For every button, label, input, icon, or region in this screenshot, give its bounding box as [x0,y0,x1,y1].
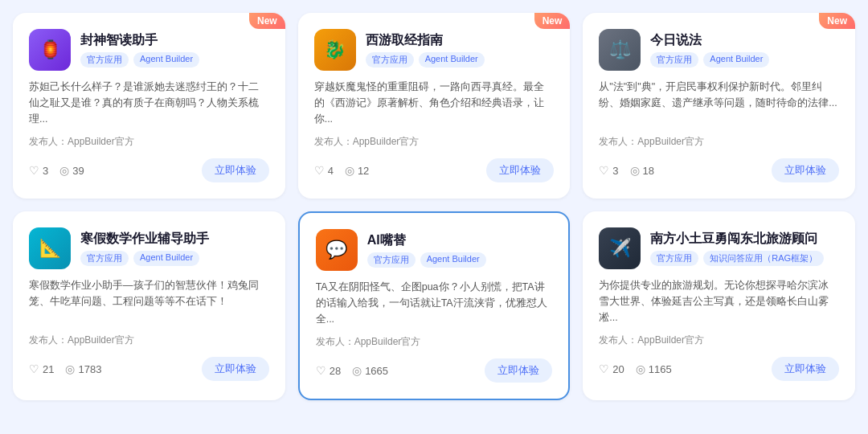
views-count: 1783 [78,363,101,375]
card-ai: 💬 AI嘴替 官方应用Agent Builder TA又在阴阳怪气、企图pua你… [298,211,571,400]
likes-count: 28 [330,365,341,377]
card-footer: ♡ 20 ◎ 1165 立即体验 [599,357,839,381]
avatar: 🐉 [314,29,356,71]
avatar-icon: 💬 [316,229,358,271]
views-stat: ◎ 1665 [352,364,388,377]
tag: 官方应用 [80,52,129,68]
new-badge: New [249,13,285,29]
likes-count: 21 [43,363,54,375]
card-tags: 官方应用Agent Builder [650,52,769,68]
card-stats: ♡ 28 ◎ 1665 [316,364,388,377]
card-header: ✈️ 南方小土豆勇闯东北旅游顾问 官方应用知识问答应用（RAG框架） [599,227,839,269]
tag: 官方应用 [650,52,698,68]
likes-stat: ♡ 3 [29,164,48,177]
avatar: ✈️ [599,227,641,269]
avatar-icon: 🐉 [314,29,356,71]
card-stats: ♡ 3 ◎ 39 [29,164,84,177]
heart-icon: ♡ [314,164,325,177]
card-grid: New 🏮 封神智读助手 官方应用Agent Builder 苏妲己长什么样子？… [13,13,855,400]
card-title: 封神智读助手 [80,32,199,47]
card-fengsh: New 🏮 封神智读助手 官方应用Agent Builder 苏妲己长什么样子？… [13,13,285,199]
card-description: 为你提供专业的旅游规划。无论你想探寻哈尔滨冰雪大世界、体验延吉公主写真，还是领略… [599,277,839,326]
new-badge: New [534,13,571,29]
card-header: 🏮 封神智读助手 官方应用Agent Builder [29,29,269,71]
experience-button[interactable]: 立即体验 [772,158,839,182]
tag: Agent Builder [420,252,486,268]
card-stats: ♡ 21 ◎ 1783 [29,362,101,375]
experience-button[interactable]: 立即体验 [202,158,269,182]
card-title-area: 封神智读助手 官方应用Agent Builder [80,32,199,68]
tag: 知识问答应用（RAG框架） [703,251,824,266]
eye-icon: ◎ [630,164,640,177]
card-tags: 官方应用Agent Builder [80,52,199,68]
new-badge: New [819,13,855,29]
avatar-icon: 🏮 [29,29,71,71]
views-stat: ◎ 1783 [65,362,101,375]
card-tags: 官方应用Agent Builder [367,252,486,268]
eye-icon: ◎ [636,362,645,375]
tag: Agent Builder [133,251,199,266]
card-publisher: 发布人：AppBuilder官方 [314,135,555,149]
heart-icon: ♡ [599,164,609,177]
eye-icon: ◎ [345,164,354,177]
avatar-icon: ✈️ [599,227,641,269]
likes-count: 3 [612,165,618,177]
likes-count: 20 [612,363,624,375]
card-header: ⚖️ 今日说法 官方应用Agent Builder [599,29,839,71]
card-footer: ♡ 3 ◎ 18 立即体验 [599,158,839,182]
card-description: TA又在阴阳怪气、企图pua你？小人别慌，把TA讲的话输入给我，一句话就让TA汗… [316,279,553,327]
heart-icon: ♡ [599,362,609,375]
card-publisher: 发布人：AppBuilder官方 [29,334,269,347]
card-title-area: AI嘴替 官方应用Agent Builder [367,232,486,268]
card-publisher: 发布人：AppBuilder官方 [316,335,553,349]
likes-stat: ♡ 20 [599,362,624,375]
card-nanfang: ✈️ 南方小土豆勇闯东北旅游顾问 官方应用知识问答应用（RAG框架） 为你提供专… [583,211,855,400]
views-stat: ◎ 12 [345,164,369,177]
likes-count: 3 [43,165,48,177]
likes-stat: ♡ 21 [29,362,54,375]
card-title: 西游取经指南 [366,32,485,47]
card-hanjia: 📐 寒假数学作业辅导助手 官方应用Agent Builder 寒假数学作业小助手… [13,211,285,400]
views-count: 1165 [649,363,672,375]
experience-button[interactable]: 立即体验 [202,357,269,381]
tag: Agent Builder [703,52,769,68]
tag: 官方应用 [367,252,416,268]
experience-button[interactable]: 立即体验 [486,158,554,182]
views-count: 12 [358,165,369,177]
card-footer: ♡ 21 ◎ 1783 立即体验 [29,357,269,381]
card-title-area: 西游取经指南 官方应用Agent Builder [366,32,485,68]
views-stat: ◎ 18 [630,164,654,177]
heart-icon: ♡ [29,164,39,177]
experience-button[interactable]: 立即体验 [485,358,552,383]
card-description: 穿越妖魔鬼怪的重重阻碍，一路向西寻真经。最全的《西游记》原著解析、角色介绍和经典… [314,79,555,127]
card-jinri: New ⚖️ 今日说法 官方应用Agent Builder 从"法"到"典"，开… [583,13,855,199]
card-title-area: 寒假数学作业辅导助手 官方应用Agent Builder [80,231,209,266]
tag: 官方应用 [366,52,414,68]
card-header: 📐 寒假数学作业辅导助手 官方应用Agent Builder [29,227,269,269]
avatar: 🏮 [29,29,71,71]
tag: 官方应用 [650,251,698,266]
eye-icon: ◎ [59,164,69,177]
experience-button[interactable]: 立即体验 [772,357,839,381]
card-publisher: 发布人：AppBuilder官方 [599,334,839,347]
likes-count: 4 [328,165,334,177]
avatar: 📐 [29,227,71,269]
card-footer: ♡ 4 ◎ 12 立即体验 [314,158,555,182]
likes-stat: ♡ 3 [599,164,618,177]
heart-icon: ♡ [29,362,39,375]
card-title-area: 今日说法 官方应用Agent Builder [650,32,769,68]
views-count: 18 [643,165,654,177]
card-title: AI嘴替 [367,232,486,248]
avatar: ⚖️ [599,29,641,71]
card-title-area: 南方小土豆勇闯东北旅游顾问 官方应用知识问答应用（RAG框架） [650,231,824,266]
views-stat: ◎ 39 [59,164,84,177]
card-stats: ♡ 20 ◎ 1165 [599,362,671,375]
avatar-icon: ⚖️ [599,29,641,71]
card-stats: ♡ 4 ◎ 12 [314,164,370,177]
card-title: 南方小土豆勇闯东北旅游顾问 [650,231,824,246]
views-count: 39 [72,165,84,177]
card-tags: 官方应用知识问答应用（RAG框架） [650,251,824,266]
eye-icon: ◎ [352,364,362,377]
tag: Agent Builder [419,52,485,68]
likes-stat: ♡ 28 [316,364,341,377]
